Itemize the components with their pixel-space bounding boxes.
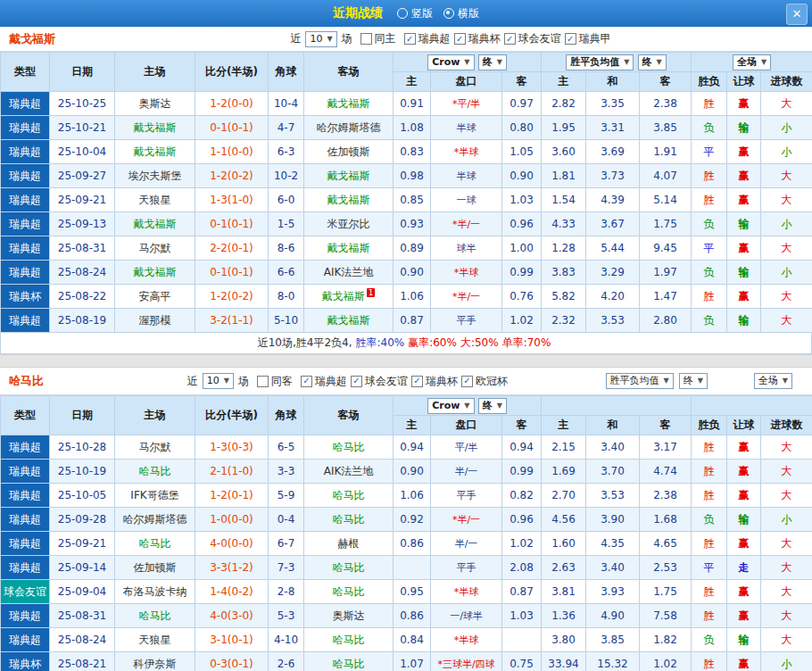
layout-radio-横版[interactable]: 横版 <box>443 6 479 21</box>
match-count-dropdown[interactable]: 10▼ <box>203 373 234 389</box>
away-team-cell[interactable]: 戴戈福斯 <box>304 188 394 212</box>
away-team-cell[interactable]: 戴戈福斯 <box>304 309 394 333</box>
avg-odds-dropdown[interactable]: 胜平负均值▼ <box>606 373 674 389</box>
away-team-cell[interactable]: 哈尔姆斯塔德 <box>304 116 394 140</box>
league-filter[interactable]: ✓欧冠杯 <box>461 374 508 389</box>
final-odds-dropdown[interactable]: 终▼ <box>478 398 507 414</box>
away-team-cell[interactable]: 米亚尔比 <box>304 212 394 236</box>
checkbox-icon[interactable] <box>360 33 372 45</box>
away-team-cell[interactable]: 戴戈福斯1 <box>304 285 394 309</box>
handicap-cell: 半/一 <box>431 460 502 484</box>
score-cell: 1-2(0-2) <box>195 285 269 309</box>
radio-icon[interactable] <box>397 8 408 19</box>
avg-away-cell: 1.75 <box>640 580 692 604</box>
away-team-cell[interactable]: 戴戈福斯 <box>304 236 394 261</box>
away-team-cell[interactable]: 哈马比 <box>304 628 394 652</box>
home-team-cell[interactable]: 布洛马波卡纳 <box>115 580 195 604</box>
home-team-cell[interactable]: 哈马比 <box>115 604 195 628</box>
odds-source-dropdown[interactable]: Crow▼ <box>427 398 474 414</box>
home-team-cell[interactable]: 科伊奈斯 <box>115 652 195 671</box>
away-team-cell[interactable]: 戴戈福斯 <box>304 164 394 188</box>
home-team-cell[interactable]: 安高平 <box>115 285 195 309</box>
home-team-cell[interactable]: 埃尔夫斯堡 <box>115 164 195 188</box>
away-team-cell[interactable]: 赫根 <box>304 532 394 556</box>
league-filter[interactable]: ✓瑞典超 <box>404 31 451 46</box>
wdl-result-cell: 负 <box>692 261 727 285</box>
handicap-cell: 半球 <box>431 116 502 140</box>
home-odds-cell: 0.83 <box>394 140 431 164</box>
home-team-cell[interactable]: 戴戈福斯 <box>115 212 195 236</box>
handicap-result-cell: 赢 <box>727 652 761 671</box>
topbar: 近期战绩 竖版横版 ✕ <box>0 0 812 27</box>
final-odds-dropdown[interactable]: 终▼ <box>478 54 507 70</box>
home-team-cell[interactable]: 哈尔姆斯塔德 <box>115 508 195 532</box>
checkbox-icon[interactable] <box>257 376 269 387</box>
league-cell: 瑞典超 <box>1 236 50 261</box>
away-team-cell[interactable]: 哈马比 <box>304 556 394 580</box>
home-team-cell[interactable]: 戴戈福斯 <box>115 261 195 285</box>
away-team-cell[interactable]: AIK法兰地 <box>304 261 394 285</box>
avg-draw-cell: 4.20 <box>586 285 640 309</box>
layout-radio-竖版[interactable]: 竖版 <box>397 6 433 21</box>
home-team-cell[interactable]: 马尔默 <box>115 236 195 261</box>
radio-icon[interactable] <box>443 8 454 19</box>
home-odds-cell: 0.93 <box>394 212 431 236</box>
final-avg-dropdown[interactable]: 终▼ <box>638 54 667 70</box>
away-team-cell[interactable]: 奥斯达 <box>304 604 394 628</box>
checkbox-icon[interactable]: ✓ <box>404 33 416 45</box>
odds-source-dropdown[interactable]: Crow▼ <box>427 54 474 70</box>
league-filter[interactable]: ✓球会友谊 <box>351 374 408 389</box>
same-venue-filter[interactable]: 同主 <box>360 31 396 46</box>
away-team-cell[interactable]: 佐加顿斯 <box>304 140 394 164</box>
home-team-cell[interactable]: 马尔默 <box>115 435 195 460</box>
same-venue-filter[interactable]: 同客 <box>257 374 293 389</box>
checkbox-icon[interactable]: ✓ <box>504 33 516 45</box>
checkbox-icon[interactable]: ✓ <box>301 376 312 387</box>
league-filter[interactable]: ✓瑞典杯 <box>454 31 501 46</box>
checkbox-icon[interactable]: ✓ <box>565 33 576 45</box>
home-team-cell[interactable]: 天狼星 <box>115 188 195 212</box>
away-team-cell[interactable]: 哈马比 <box>304 484 394 508</box>
league-filter[interactable]: ✓瑞典超 <box>301 374 347 389</box>
handicap-cell: *半/一 <box>431 285 502 309</box>
score-cell: 1-2(0-2) <box>195 164 269 188</box>
away-team-cell[interactable]: 哈马比 <box>304 435 394 460</box>
handicap-result-cell: 赢 <box>727 285 761 309</box>
league-filter[interactable]: ✓球会友谊 <box>504 31 561 46</box>
away-odds-cell: 0.82 <box>502 484 542 508</box>
away-team-cell[interactable]: 哈马比 <box>304 508 394 532</box>
col-home: 主场 <box>115 53 195 92</box>
col-score: 比分(半场) <box>195 396 269 435</box>
away-team-cell[interactable]: 哈马比 <box>304 652 394 671</box>
home-team-cell[interactable]: 戴戈福斯 <box>115 140 195 164</box>
corner-cell: 5-10 <box>269 309 304 333</box>
checkbox-icon[interactable]: ✓ <box>411 376 423 387</box>
away-team-cell[interactable]: 哈马比 <box>304 580 394 604</box>
league-filter-group: ✓瑞典超✓瑞典杯✓球会友谊✓瑞典甲 <box>401 31 611 46</box>
home-team-cell[interactable]: 哈马比 <box>115 460 195 484</box>
full-match-dropdown[interactable]: 全场▼ <box>733 54 771 70</box>
checkbox-icon[interactable]: ✓ <box>454 33 466 45</box>
home-team-cell[interactable]: 天狼星 <box>115 628 195 652</box>
avg-odds-dropdown[interactable]: 胜平负均值▼ <box>566 54 634 70</box>
away-team-cell[interactable]: AIK法兰地 <box>304 460 394 484</box>
close-button[interactable]: ✕ <box>786 4 808 25</box>
checkbox-icon[interactable]: ✓ <box>461 376 473 387</box>
home-team-cell[interactable]: 哈马比 <box>115 532 195 556</box>
away-team-cell[interactable]: 戴戈福斯 <box>304 92 394 116</box>
league-filter[interactable]: ✓瑞典甲 <box>565 31 611 46</box>
home-team-cell[interactable]: IFK哥德堡 <box>115 484 195 508</box>
corner-cell: 7-3 <box>269 556 304 580</box>
league-filter[interactable]: ✓瑞典杯 <box>411 374 458 389</box>
score-cell: 1-0(0-0) <box>195 508 269 532</box>
match-row: 瑞典超25-08-24天狼星3-1(0-1)4-10哈马比0.84*半球3.80… <box>1 628 812 652</box>
match-count-dropdown[interactable]: 10▼ <box>305 31 336 47</box>
final-avg-dropdown[interactable]: 终▼ <box>679 373 708 389</box>
full-match-dropdown[interactable]: 全场▼ <box>754 373 792 389</box>
avg-away-cell: 1.02 <box>640 652 692 671</box>
home-team-cell[interactable]: 奥斯达 <box>115 92 195 116</box>
home-team-cell[interactable]: 佐加顿斯 <box>115 556 195 580</box>
home-team-cell[interactable]: 戴戈福斯 <box>115 116 195 140</box>
checkbox-icon[interactable]: ✓ <box>351 376 362 387</box>
home-team-cell[interactable]: 渥那模 <box>115 309 195 333</box>
